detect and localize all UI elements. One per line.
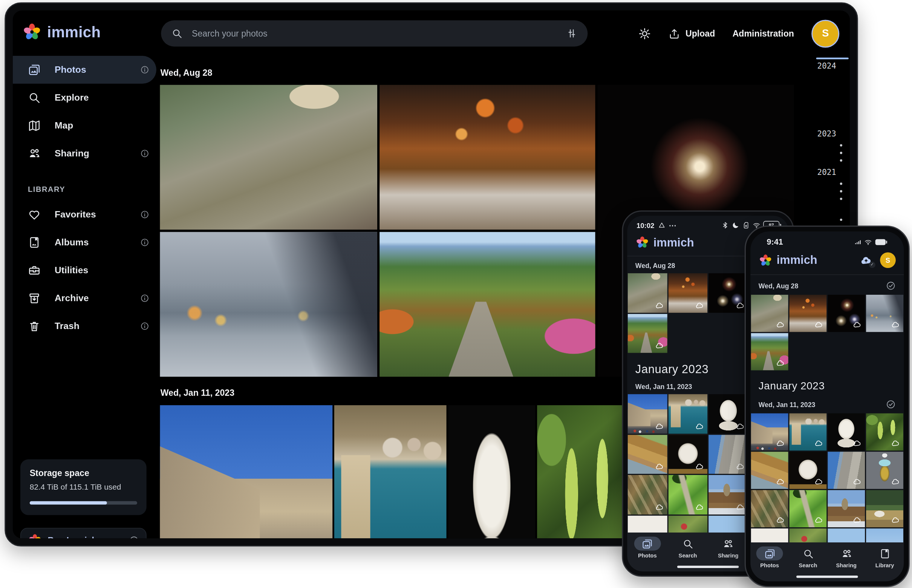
photo-berries[interactable] — [537, 405, 628, 538]
photo-lizard1[interactable] — [751, 490, 788, 527]
nav-item-search[interactable]: Search — [789, 546, 827, 569]
photo-coast[interactable] — [789, 414, 827, 451]
photo-castle[interactable] — [628, 394, 667, 433]
photo-berries[interactable] — [866, 414, 903, 451]
nav-item-library[interactable]: Library — [866, 546, 903, 569]
photo-beach[interactable] — [751, 452, 788, 489]
nav-pill — [871, 546, 898, 561]
info-icon[interactable] — [140, 238, 150, 247]
cloud-backup-icon — [853, 320, 862, 329]
photo-lizard1[interactable] — [628, 475, 667, 514]
search-input[interactable] — [191, 28, 558, 39]
sidebar-item-trash[interactable]: Trash — [13, 312, 157, 340]
cloud-backup-icon — [776, 439, 784, 448]
cloud-backup-icon — [776, 359, 784, 367]
toolbox-icon — [28, 264, 41, 277]
search-icon — [802, 548, 813, 559]
photo-farmhouse[interactable] — [866, 490, 903, 527]
photo-village[interactable] — [709, 475, 748, 514]
sidebar-item-archive[interactable]: Archive — [13, 284, 157, 312]
photo-trophy[interactable] — [866, 452, 903, 489]
info-icon[interactable] — [140, 294, 150, 303]
photo-autumn[interactable] — [379, 232, 595, 376]
ios-phone-frame: 9:41 immich ✓ S Wed, — [745, 225, 910, 587]
theme-toggle-icon[interactable] — [638, 27, 651, 40]
info-icon[interactable] — [140, 65, 150, 74]
timeline-year-2023[interactable]: 2023 — [817, 129, 836, 139]
people-icon — [723, 538, 734, 549]
photo-autumn[interactable] — [751, 333, 788, 370]
photo-coast[interactable] — [668, 394, 707, 433]
album-icon — [28, 236, 41, 249]
photo-ruins[interactable] — [709, 435, 748, 474]
upload-button[interactable]: Upload — [668, 27, 715, 39]
sync-check-badge: ✓ — [869, 261, 875, 268]
photo-dinner[interactable] — [379, 85, 595, 229]
select-all-icon[interactable] — [886, 281, 896, 291]
photo-bust[interactable] — [828, 414, 865, 451]
photo-dinner[interactable] — [789, 295, 827, 332]
info-icon[interactable] — [140, 149, 150, 158]
cloud-backup-icon — [814, 439, 823, 448]
photo-castle[interactable] — [160, 405, 333, 538]
photo-castle[interactable] — [751, 414, 788, 451]
photo-ruins[interactable] — [828, 452, 865, 489]
photo-bust[interactable] — [448, 405, 535, 538]
photo-beach[interactable] — [628, 435, 667, 474]
cloud-backup-icon — [814, 477, 823, 486]
sidebar-item-map[interactable]: Map — [13, 111, 157, 139]
nav-item-sharing[interactable]: Sharing — [710, 537, 747, 559]
nav-item-photos[interactable]: Photos — [629, 537, 666, 559]
sidebar-item-explore[interactable]: Explore — [13, 84, 157, 111]
photo-dinner[interactable] — [668, 273, 707, 312]
search-bar[interactable] — [161, 20, 588, 46]
photo-hands[interactable] — [160, 232, 377, 376]
sidebar-item-sharing[interactable]: Sharing — [13, 139, 157, 167]
filter-icon[interactable] — [566, 28, 577, 39]
photo-zoo[interactable] — [628, 273, 667, 312]
cloud-sync-icon[interactable]: ✓ — [858, 254, 874, 267]
nav-item-photos[interactable]: Photos — [751, 546, 788, 569]
photo-fireworks[interactable] — [709, 273, 748, 312]
nav-item-sharing[interactable]: Sharing — [828, 546, 865, 569]
timeline-dot — [840, 144, 842, 147]
select-all-icon[interactable] — [886, 399, 896, 409]
archive-icon — [28, 292, 41, 305]
sidebar-item-utilities[interactable]: Utilities — [13, 256, 157, 284]
timeline-position-indicator[interactable] — [816, 58, 849, 60]
photo-zoo[interactable] — [160, 85, 377, 229]
photo-village[interactable] — [828, 490, 865, 527]
sidebar-item-photos[interactable]: Photos — [13, 56, 157, 84]
photo-autumn[interactable] — [628, 313, 667, 353]
photo-fireworks[interactable] — [828, 295, 865, 332]
photos-icon — [764, 548, 775, 559]
upload-label: Upload — [686, 29, 715, 39]
photo-lizard2[interactable] — [789, 490, 827, 527]
user-avatar[interactable]: S — [811, 19, 839, 47]
photo-bust[interactable] — [709, 394, 748, 433]
photo-zoo[interactable] — [751, 295, 788, 332]
nav-pill — [715, 537, 742, 551]
info-icon[interactable] — [140, 321, 150, 331]
administration-link[interactable]: Administration — [733, 29, 794, 39]
home-indicator — [677, 566, 739, 568]
search-icon — [682, 538, 693, 549]
info-icon[interactable] — [129, 535, 139, 538]
photo-hands[interactable] — [866, 295, 903, 332]
sidebar-item-favorites[interactable]: Favorites — [13, 200, 157, 228]
sidebar-item-albums[interactable]: Albums — [13, 228, 157, 256]
photo-sculpture[interactable] — [668, 435, 707, 474]
ios-photo-grid-aug — [750, 295, 904, 370]
nav-item-search[interactable]: Search — [669, 537, 707, 559]
buy-immich-button[interactable]: Buy Immich — [20, 528, 147, 538]
timeline-year-2021[interactable]: 2021 — [817, 167, 836, 178]
photo-lizard2[interactable] — [668, 475, 707, 514]
info-icon[interactable] — [140, 210, 150, 220]
photo-sculpture[interactable] — [789, 452, 827, 489]
photo-coast[interactable] — [334, 405, 447, 538]
buy-immich-label: Buy Immich — [47, 535, 97, 538]
user-avatar[interactable]: S — [880, 252, 896, 268]
immich-pinwheel-icon — [28, 533, 42, 538]
cloud-backup-icon — [776, 320, 784, 329]
timeline-year-2024[interactable]: 2024 — [817, 60, 836, 71]
